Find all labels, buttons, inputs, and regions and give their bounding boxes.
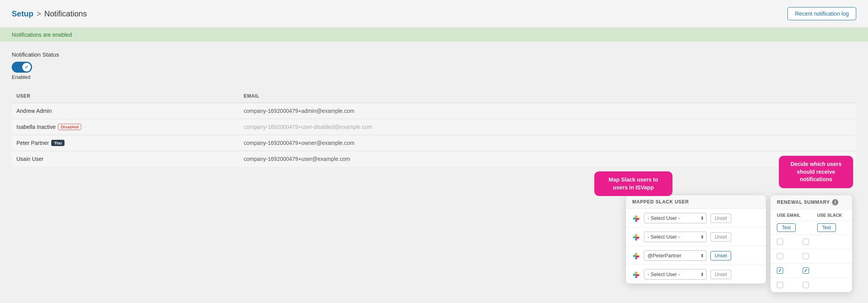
- breadcrumb-current: Notifications: [44, 9, 87, 18]
- slack-panel-row-4: - Select User - ⬍ Unset: [626, 265, 766, 283]
- col-user: USER: [12, 89, 239, 103]
- slack-mapping-panel: MAPPED SLACK USER: [626, 195, 766, 284]
- toggle-knob: ✓: [22, 63, 31, 71]
- slack-panel-row-1: - Select User - ⬍ Unset: [626, 209, 766, 228]
- check-icon: ✓: [804, 268, 808, 273]
- check-icon: ✓: [778, 268, 782, 273]
- table-row: Peter Partner You company-1692000479+own…: [12, 135, 856, 151]
- slack-cell-andrew: [661, 103, 778, 119]
- you-badge: You: [51, 140, 65, 146]
- info-icon[interactable]: i: [832, 199, 838, 205]
- email-cell-peter: company-1692000479+owner@example.com: [239, 135, 661, 151]
- page-wrapper: Setup > Notifications Recent notificatio…: [0, 0, 868, 303]
- users-table: USER EMAIL Andrew Admin com: [12, 89, 856, 167]
- slack-select-4[interactable]: - Select User -: [644, 269, 707, 280]
- slack-icon: [631, 270, 640, 279]
- slack-checkbox-2[interactable]: [803, 253, 809, 259]
- disabled-badge: Disabled: [58, 124, 81, 130]
- user-name-isabella: Isabella Inactive Disabled: [16, 124, 234, 130]
- slack-select-wrapper-1[interactable]: - Select User - ⬍: [644, 213, 707, 223]
- table-row: Usain User company-1692000479+user@examp…: [12, 151, 856, 167]
- table-header: USER EMAIL: [12, 89, 856, 103]
- test-email-button[interactable]: Test: [777, 223, 796, 232]
- header: Setup > Notifications Recent notificatio…: [0, 0, 868, 28]
- email-checkbox-2[interactable]: [777, 253, 783, 259]
- slack-panel-row-2: - Select User - ⬍ Unset: [626, 228, 766, 246]
- unset-button-3-active[interactable]: Unset: [710, 251, 731, 260]
- col-email: EMAIL: [239, 89, 661, 103]
- email-cell-isabella: company-1692000479+user-disabled@example…: [239, 119, 661, 135]
- slack-checkbox-1[interactable]: [803, 239, 809, 245]
- slack-checkbox-4[interactable]: [803, 282, 809, 288]
- renewal-row-2: [771, 249, 852, 264]
- notification-toggle[interactable]: ✓: [12, 62, 32, 73]
- unset-button-2[interactable]: Unset: [710, 232, 731, 242]
- user-name-usain: Usain User: [16, 156, 234, 162]
- email-checkbox-3[interactable]: ✓: [777, 267, 783, 274]
- users-table-section: USER EMAIL Andrew Admin com: [12, 89, 856, 190]
- slack-select-wrapper-3[interactable]: @PeterPartner ⬍: [644, 250, 707, 261]
- notification-status-label: Notification Status: [12, 51, 856, 58]
- renewal-row-1: [771, 235, 852, 249]
- unset-button-1[interactable]: Unset: [710, 214, 731, 223]
- callout-renewal-bubble: Decide which users should receive notifi…: [779, 156, 853, 188]
- user-cell-isabella: Isabella Inactive Disabled: [12, 119, 239, 135]
- col-extra: [778, 89, 856, 103]
- user-cell-andrew: Andrew Admin: [12, 103, 239, 119]
- email-cell-andrew: company-1692000479+admin@example.com: [239, 103, 661, 119]
- toggle-wrapper: ✓ Enabled: [12, 62, 856, 80]
- slack-cell-usain: [661, 151, 778, 167]
- slack-select-1[interactable]: - Select User -: [644, 213, 707, 223]
- renewal-row-4: [771, 278, 852, 292]
- user-cell-usain: Usain User: [12, 151, 239, 167]
- user-name-peter: Peter Partner You: [16, 140, 234, 146]
- notifications-enabled-bar: Notifications are enabled: [0, 28, 868, 42]
- toggle-enabled-label: Enabled: [12, 74, 856, 80]
- slack-select-2[interactable]: - Select User -: [644, 232, 707, 242]
- notification-status-section: Notification Status ✓ Enabled: [12, 51, 856, 80]
- table-row: Isabella Inactive Disabled company-16920…: [12, 119, 856, 135]
- renewal-row-3: → ✓ ✓: [771, 264, 852, 278]
- unset-button-4[interactable]: Unset: [710, 270, 731, 279]
- extra-cell-andrew: [778, 103, 856, 119]
- email-checkbox-4[interactable]: [777, 282, 783, 288]
- table-row: Andrew Admin company-1692000479+admin@ex…: [12, 103, 856, 119]
- slack-icon: [631, 214, 640, 223]
- slack-panel-row-3: @PeterPartner ⬍ Unset: [626, 246, 766, 265]
- renewal-summary-panel: RENEWAL SUMMARY i USE EMAIL USE SLACK Te…: [770, 195, 852, 292]
- slack-cell-peter: [661, 135, 778, 151]
- slack-select-3[interactable]: @PeterPartner: [644, 250, 707, 261]
- breadcrumb-separator: >: [37, 9, 41, 18]
- slack-checkbox-3[interactable]: ✓: [803, 267, 809, 274]
- col-slack: [661, 89, 778, 103]
- slack-icon: [631, 233, 640, 241]
- user-cell-peter: Peter Partner You: [12, 135, 239, 151]
- col-slack-header: USE SLACK: [817, 213, 846, 217]
- renewal-panel-header: RENEWAL SUMMARY i: [771, 195, 852, 210]
- renewal-test-row: Test Test: [771, 221, 852, 235]
- email-checkbox-1[interactable]: [777, 239, 783, 245]
- extra-cell-peter: [778, 135, 856, 151]
- breadcrumb-setup[interactable]: Setup: [12, 9, 34, 18]
- recent-notification-log-button[interactable]: Recent notification log: [787, 7, 856, 20]
- callout-slack-bubble: Map Slack users to users in ISVapp: [594, 171, 673, 196]
- test-slack-button[interactable]: Test: [817, 223, 836, 232]
- col-email-header: USE EMAIL: [777, 213, 805, 217]
- renewal-col-headers: USE EMAIL USE SLACK: [771, 210, 852, 221]
- slack-cell-isabella: [661, 119, 778, 135]
- slack-select-wrapper-4[interactable]: - Select User - ⬍: [644, 269, 707, 280]
- extra-cell-isabella: [778, 119, 856, 135]
- slack-icon: [631, 251, 640, 260]
- toggle-check-icon: ✓: [25, 64, 29, 70]
- main-content: Notification Status ✓ Enabled USER EMAIL: [0, 42, 868, 200]
- user-name-andrew: Andrew Admin: [16, 108, 234, 114]
- slack-panel-header: MAPPED SLACK USER: [626, 195, 766, 209]
- email-cell-usain: company-1692000479+user@example.com: [239, 151, 661, 167]
- breadcrumb: Setup > Notifications: [12, 9, 87, 18]
- slack-select-wrapper-2[interactable]: - Select User - ⬍: [644, 232, 707, 242]
